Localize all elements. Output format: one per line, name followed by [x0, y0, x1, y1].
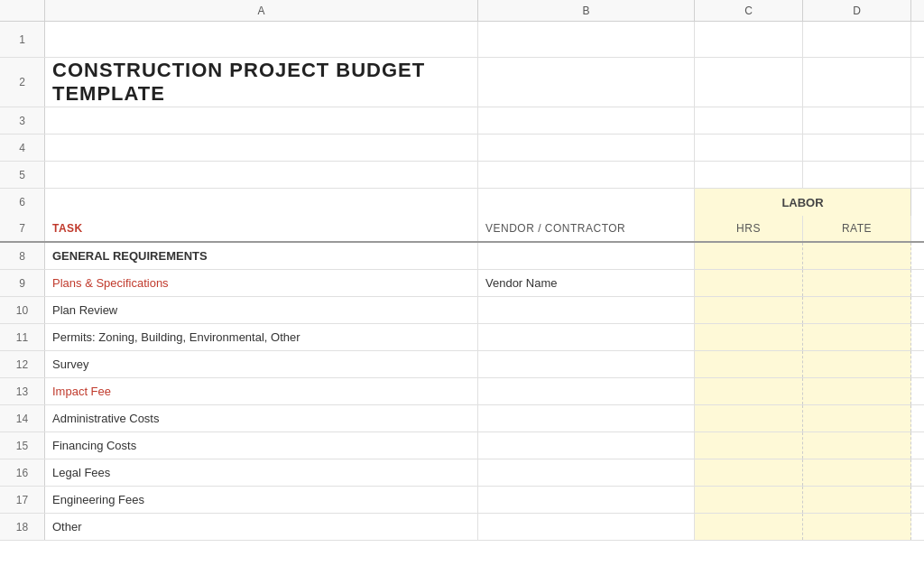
cell-11d[interactable] [695, 324, 803, 350]
cell-4b[interactable] [45, 135, 478, 161]
administrative-costs-label: Administrative Costs [45, 405, 478, 431]
row-number-5: 5 [0, 162, 45, 188]
table-row: 12 Survey [0, 351, 924, 378]
cell-1e[interactable] [803, 22, 911, 57]
cell-14d[interactable] [695, 405, 803, 431]
cell-3e[interactable] [803, 107, 911, 134]
survey-label: Survey [45, 351, 478, 377]
cell-8c[interactable] [478, 243, 695, 269]
cell-10e[interactable] [803, 297, 911, 323]
col-header-c: C [695, 0, 803, 21]
cell-8e[interactable] [803, 243, 911, 269]
cell-10d[interactable] [695, 297, 803, 323]
row-number-11: 11 [0, 324, 45, 350]
cell-16e[interactable] [803, 459, 911, 486]
row-number-2: 2 [0, 58, 45, 107]
cell-6b[interactable] [45, 189, 478, 216]
cell-17d[interactable] [695, 487, 803, 513]
cell-15c[interactable] [478, 432, 695, 459]
cell-17e[interactable] [803, 487, 911, 513]
cell-6c[interactable] [478, 189, 695, 216]
cell-11c[interactable] [478, 324, 695, 350]
cell-4d[interactable] [695, 135, 803, 161]
table-row: 10 Plan Review [0, 297, 924, 324]
cell-13c[interactable] [478, 378, 695, 404]
financing-costs-label: Financing Costs [45, 432, 478, 459]
cell-13e[interactable] [803, 378, 911, 404]
table-row: 8 GENERAL REQUIREMENTS [0, 243, 924, 270]
cell-11e[interactable] [803, 324, 911, 350]
cell-3b[interactable] [45, 107, 478, 134]
row-number-16: 16 [0, 459, 45, 486]
cell-18d[interactable] [695, 514, 803, 540]
cell-5e[interactable] [803, 162, 911, 188]
cell-3d[interactable] [695, 107, 803, 134]
cell-13d[interactable] [695, 378, 803, 404]
table-row: 5 [0, 162, 924, 189]
vendor-name-9: Vendor Name [478, 270, 695, 296]
row-number-9: 9 [0, 270, 45, 296]
cell-16c[interactable] [478, 459, 695, 486]
table-row: 18 Other [0, 514, 924, 541]
vendor-header: VENDOR / CONTRACTOR [478, 216, 695, 241]
table-row: 11 Permits: Zoning, Building, Environmen… [0, 324, 924, 351]
cell-4c[interactable] [478, 135, 695, 161]
cell-8d[interactable] [695, 243, 803, 269]
corner-cell [0, 0, 45, 21]
cell-12c[interactable] [478, 351, 695, 377]
legal-fees-label: Legal Fees [45, 459, 478, 486]
engineering-fees-label: Engineering Fees [45, 487, 478, 513]
row-number-7: 7 [0, 216, 45, 241]
col-header-d: D [803, 0, 911, 21]
cell-1c[interactable] [478, 22, 695, 57]
cell-16d[interactable] [695, 459, 803, 486]
plan-review-label: Plan Review [45, 297, 478, 323]
cell-1b[interactable] [45, 22, 478, 57]
row-number-13: 13 [0, 378, 45, 404]
cell-18e[interactable] [803, 514, 911, 540]
table-row: 9 Plans & Specifications Vendor Name [0, 270, 924, 297]
permits-label: Permits: Zoning, Building, Environmental… [45, 324, 478, 350]
row-number-6: 6 [0, 189, 45, 216]
cell-4e[interactable] [803, 135, 911, 161]
row-number-17: 17 [0, 487, 45, 513]
table-row: 14 Administrative Costs [0, 405, 924, 432]
row-number-18: 18 [0, 514, 45, 540]
cell-18c[interactable] [478, 514, 695, 540]
cell-12e[interactable] [803, 351, 911, 377]
cell-2e[interactable] [803, 58, 911, 107]
cell-5c[interactable] [478, 162, 695, 188]
spreadsheet: A B C D 1 2 CONSTRUCTION PROJECT BUDGET … [0, 0, 924, 566]
cell-17c[interactable] [478, 487, 695, 513]
table-row: 2 CONSTRUCTION PROJECT BUDGET TEMPLATE [0, 58, 924, 107]
labor-header: LABOR [695, 189, 911, 216]
cell-15d[interactable] [695, 432, 803, 459]
table-row: 17 Engineering Fees [0, 487, 924, 514]
general-requirements-label: GENERAL REQUIREMENTS [45, 243, 478, 269]
row-number-1: 1 [0, 22, 45, 57]
cell-9e[interactable] [803, 270, 911, 296]
cell-2d[interactable] [695, 58, 803, 107]
plans-specifications-label: Plans & Specifications [45, 270, 478, 296]
cell-5d[interactable] [695, 162, 803, 188]
col-header-a: A [45, 0, 478, 21]
cell-15e[interactable] [803, 432, 911, 459]
row-number-10: 10 [0, 297, 45, 323]
cell-14c[interactable] [478, 405, 695, 431]
cell-2c[interactable] [478, 58, 695, 107]
table-row: 16 Legal Fees [0, 459, 924, 487]
row-number-15: 15 [0, 432, 45, 459]
cell-1d[interactable] [695, 22, 803, 57]
cell-3c[interactable] [478, 107, 695, 134]
cell-10c[interactable] [478, 297, 695, 323]
cell-5b[interactable] [45, 162, 478, 188]
cell-14e[interactable] [803, 405, 911, 431]
spreadsheet-title: CONSTRUCTION PROJECT BUDGET TEMPLATE [45, 58, 478, 107]
rate-header: RATE [803, 216, 911, 241]
row-number-14: 14 [0, 405, 45, 431]
cell-12d[interactable] [695, 351, 803, 377]
table-row: 15 Financing Costs [0, 432, 924, 459]
table-row: 13 Impact Fee [0, 378, 924, 405]
rows-area: 1 2 CONSTRUCTION PROJECT BUDGET TEMPLATE… [0, 22, 924, 566]
cell-9d[interactable] [695, 270, 803, 296]
